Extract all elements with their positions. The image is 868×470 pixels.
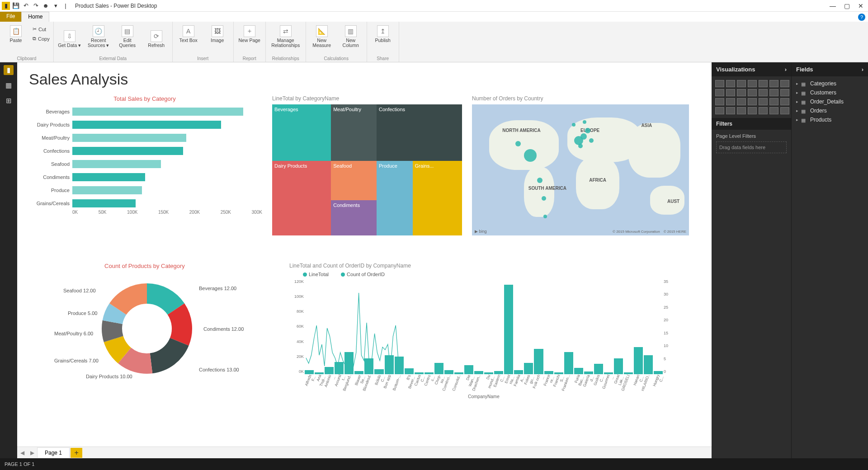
bar-row[interactable]: Dairy Products xyxy=(27,118,262,131)
recent-sources-button[interactable]: 🕘Recent Sources ▾ xyxy=(86,24,111,48)
combo-bar[interactable] xyxy=(554,372,563,374)
report-canvas[interactable]: Sales Analysis Total Sales by Category B… xyxy=(17,62,712,458)
viz-type-icon[interactable] xyxy=(726,89,735,96)
bar-row[interactable]: Seafood xyxy=(27,157,262,170)
combo-bar[interactable] xyxy=(644,355,653,374)
combo-bar[interactable] xyxy=(494,371,503,374)
qat-undo-icon[interactable]: ↶ xyxy=(22,2,30,10)
viz-type-icon[interactable] xyxy=(715,89,724,96)
close-button[interactable]: ✕ xyxy=(858,2,863,9)
viz-type-icon[interactable] xyxy=(737,80,746,87)
treemap-cell[interactable]: Grains... xyxy=(413,161,462,235)
treemap-cell[interactable]: Seafood xyxy=(331,161,377,200)
combo-bar[interactable] xyxy=(514,370,523,374)
combo-bar[interactable] xyxy=(444,370,453,374)
combo-bar[interactable] xyxy=(654,371,663,374)
treemap-cell[interactable]: Produce xyxy=(377,161,413,235)
combo-bar[interactable] xyxy=(624,372,633,374)
treemap-cell[interactable]: Confections xyxy=(377,104,462,161)
treemap-cell[interactable]: Condiments xyxy=(331,200,377,235)
model-view-icon[interactable]: ⊞ xyxy=(4,96,14,106)
field-table-row[interactable]: ▸Customers xyxy=(793,88,866,97)
combo-bar[interactable] xyxy=(504,285,513,374)
viz-type-icon[interactable] xyxy=(715,107,724,114)
viz-type-icon[interactable] xyxy=(759,80,768,87)
combo-bar[interactable] xyxy=(524,363,533,374)
fields-header[interactable]: Fields› xyxy=(792,62,868,76)
combo-bar[interactable] xyxy=(594,364,603,374)
page-tab-1[interactable]: Page 1 xyxy=(37,447,70,458)
viz-type-icon[interactable] xyxy=(780,98,789,105)
viz-type-icon[interactable] xyxy=(780,107,789,114)
combo-bar[interactable] xyxy=(584,371,593,374)
add-page-button[interactable]: + xyxy=(71,448,82,458)
new-measure-button[interactable]: 📐New Measure xyxy=(310,24,334,48)
chevron-right-icon[interactable]: › xyxy=(785,66,787,73)
viz-type-icon[interactable] xyxy=(769,89,778,96)
viz-type-icon[interactable] xyxy=(769,107,778,114)
field-table-row[interactable]: ▸Orders xyxy=(793,106,866,115)
viz-combo-company[interactable]: LineTotal and Count of OrderID by Compan… xyxy=(289,263,678,425)
viz-type-icon[interactable] xyxy=(769,80,778,87)
refresh-button[interactable]: ⟳Refresh xyxy=(144,24,169,48)
qat-smiley-icon[interactable]: ☻ xyxy=(42,2,50,10)
copy-button[interactable]: ⧉Copy xyxy=(33,35,50,42)
new-page-button[interactable]: ＋New Page xyxy=(237,24,262,43)
treemap-cell[interactable]: Meat/Poultry xyxy=(331,104,377,161)
map-body[interactable]: NORTH AMERICA SOUTH AMERICA EUROPE AFRIC… xyxy=(472,104,689,235)
bar-row[interactable]: Confections xyxy=(27,144,262,157)
viz-type-icon[interactable] xyxy=(769,98,778,105)
combo-bar[interactable] xyxy=(634,347,643,374)
tab-home[interactable]: Home xyxy=(21,12,49,22)
qat-redo-icon[interactable]: ↷ xyxy=(32,2,40,10)
maximize-button[interactable]: ▢ xyxy=(844,2,850,9)
viz-type-icon[interactable] xyxy=(737,98,746,105)
combo-bar[interactable] xyxy=(464,365,473,374)
qat-save-icon[interactable]: 💾 xyxy=(12,2,20,10)
viz-type-icon[interactable] xyxy=(759,98,768,105)
viz-map-orders-by-country[interactable]: Number of Orders by Country NORTH AMERIC… xyxy=(472,95,689,235)
viz-type-icon[interactable] xyxy=(748,80,757,87)
viz-type-icon[interactable] xyxy=(737,107,746,114)
visualizations-header[interactable]: Visualizations› xyxy=(712,62,791,76)
text-box-button[interactable]: AText Box xyxy=(176,24,201,43)
edit-queries-button[interactable]: ▤Edit Queries xyxy=(115,24,140,48)
viz-type-icon[interactable] xyxy=(759,89,768,96)
combo-bar[interactable] xyxy=(405,368,414,374)
viz-type-icon[interactable] xyxy=(726,98,735,105)
viz-type-icon[interactable] xyxy=(737,89,746,96)
combo-bar[interactable] xyxy=(454,372,463,374)
viz-type-icon[interactable] xyxy=(748,107,757,114)
combo-bar[interactable] xyxy=(604,372,613,374)
viz-type-icon[interactable] xyxy=(780,80,789,87)
bar-row[interactable]: Produce xyxy=(27,183,262,197)
page-next-button[interactable]: ▶ xyxy=(27,450,37,456)
bar-row[interactable]: Meat/Poultry xyxy=(27,131,262,144)
treemap-cell[interactable]: Beverages xyxy=(272,104,331,161)
publish-button[interactable]: ↥Publish xyxy=(371,24,395,43)
combo-bar[interactable] xyxy=(434,363,443,374)
bar-row[interactable]: Grains/Cereals xyxy=(27,197,262,210)
qat-dropdown-icon[interactable]: ▾ xyxy=(52,2,60,10)
viz-type-icon[interactable] xyxy=(715,98,724,105)
get-data-button[interactable]: ⇩Get Data ▾ xyxy=(57,24,82,48)
paste-button[interactable]: 📋Paste xyxy=(4,24,28,43)
new-column-button[interactable]: ▥New Column xyxy=(339,24,363,48)
page-prev-button[interactable]: ◀ xyxy=(17,450,27,456)
combo-bar[interactable] xyxy=(474,371,483,374)
data-view-icon[interactable]: ▦ xyxy=(4,80,14,90)
field-table-row[interactable]: ▸Products xyxy=(793,115,866,124)
viz-donut-products-by-category[interactable]: Count of Products by Category Beverages … xyxy=(27,263,262,425)
combo-bar[interactable] xyxy=(484,372,493,374)
viz-treemap-linetotal[interactable]: LineTotal by CategoryName BeveragesDairy… xyxy=(272,95,462,235)
combo-bar[interactable] xyxy=(415,372,424,374)
donut-slice[interactable] xyxy=(150,338,189,373)
bar-row[interactable]: Condiments xyxy=(27,170,262,183)
viz-type-icon[interactable] xyxy=(726,107,735,114)
tab-file[interactable]: File xyxy=(0,12,21,22)
cut-button[interactable]: ✂Cut xyxy=(33,25,50,33)
report-view-icon[interactable]: ▮ xyxy=(4,65,14,75)
viz-total-sales-by-category[interactable]: Total Sales by Category Beverages Dairy … xyxy=(27,95,262,235)
combo-bar[interactable] xyxy=(425,372,434,374)
image-button[interactable]: 🖼Image xyxy=(205,24,230,43)
